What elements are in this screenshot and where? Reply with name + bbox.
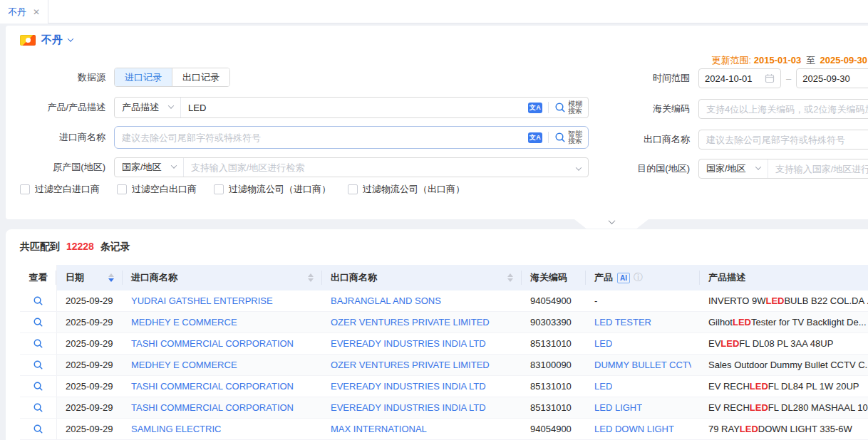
view-cell[interactable] xyxy=(20,419,57,439)
view-record-icon[interactable] xyxy=(33,424,43,434)
bhutan-flag-icon xyxy=(20,35,36,46)
origin-country-select[interactable]: 国家/地区 xyxy=(115,158,184,177)
product-link[interactable]: LED LIGHT xyxy=(594,402,642,413)
checkbox[interactable] xyxy=(214,184,224,194)
sort-control-date[interactable] xyxy=(108,273,114,282)
view-cell[interactable] xyxy=(20,397,57,418)
exporter-link[interactable]: BAJRANGLAL AND SONS xyxy=(331,295,441,306)
description-highlight: LED xyxy=(750,381,768,392)
end-date-input[interactable] xyxy=(802,73,862,84)
data-source-label: 数据源 xyxy=(20,71,105,84)
description-text: INVERTO 9W xyxy=(708,295,765,306)
view-cell[interactable] xyxy=(20,290,57,311)
hs-code-cell: 83100090 xyxy=(522,355,586,375)
checkbox[interactable] xyxy=(117,184,127,194)
checkbox-filter-blank-importer[interactable]: 过滤空白进口商 xyxy=(20,183,100,196)
checkbox[interactable] xyxy=(20,184,30,194)
view-record-icon[interactable] xyxy=(33,381,43,392)
importer-link[interactable]: MEDHEY E COMMERCE xyxy=(131,317,237,328)
product-label: 产品/产品描述 xyxy=(20,101,105,114)
smart-search-label: 智能 搜索 xyxy=(568,130,582,145)
date-cell: 2025-09-29 xyxy=(57,397,123,418)
exporter-link[interactable]: EVEREADY INDUSTRIES INDIA LTD xyxy=(331,402,486,413)
view-cell[interactable] xyxy=(20,333,57,354)
product-link[interactable]: LED xyxy=(594,338,612,349)
chevron-down-icon xyxy=(170,162,176,168)
description-highlight: LED xyxy=(733,317,751,328)
smart-search-button[interactable]: 智能 搜索 xyxy=(554,130,582,145)
checkbox-filter-logistics-exporter[interactable]: 过滤物流公司（出口商） xyxy=(348,183,465,196)
translate-icon[interactable]: 文A xyxy=(528,132,542,143)
importer-link[interactable]: SAMLING ELECTRIC xyxy=(131,424,221,434)
importer-link[interactable]: MEDHEY E COMMERCE xyxy=(131,360,237,370)
product-search-input[interactable] xyxy=(181,103,522,113)
view-cell[interactable] xyxy=(20,312,57,332)
column-header-exporter[interactable]: 出口商名称 xyxy=(322,265,522,290)
end-date-picker[interactable] xyxy=(796,68,868,88)
exporter-link[interactable]: EVEREADY INDUSTRIES INDIA LTD xyxy=(331,338,486,349)
collapse-panel-button[interactable] xyxy=(574,219,649,229)
exporter-name-input[interactable] xyxy=(698,130,868,150)
product-type-select[interactable]: 产品描述 xyxy=(115,98,181,117)
tab-bar: 不丹 ✕ xyxy=(0,0,868,23)
checkbox-filter-blank-exporter[interactable]: 过滤空白出口商 xyxy=(117,183,197,196)
sort-asc-icon[interactable] xyxy=(507,273,513,277)
exporter-link[interactable]: MAX INTERNATIONAL xyxy=(331,424,427,434)
tab-export-records[interactable]: 出口记录 xyxy=(172,68,229,86)
sort-asc-icon[interactable] xyxy=(308,273,314,277)
view-record-icon[interactable] xyxy=(33,360,43,370)
start-date-input[interactable] xyxy=(705,73,765,84)
destination-country-input[interactable] xyxy=(768,164,868,174)
view-record-icon[interactable] xyxy=(33,295,43,306)
tab-import-records[interactable]: 进口记录 xyxy=(115,68,172,86)
country-selector[interactable]: 不丹 xyxy=(20,33,73,47)
importer-label: 进口商名称 xyxy=(20,131,105,144)
product-link[interactable]: DUMMY BULLET CCTV... xyxy=(594,360,691,370)
origin-country-input[interactable] xyxy=(184,162,569,173)
date-range-dash: – xyxy=(786,73,791,84)
view-record-icon[interactable] xyxy=(33,317,43,328)
checkbox[interactable] xyxy=(348,184,358,194)
origin-country-caret[interactable] xyxy=(569,162,588,173)
sort-control-importer[interactable] xyxy=(308,273,314,282)
fuzzy-search-button[interactable]: 模糊 搜索 xyxy=(554,100,582,115)
column-header-importer[interactable]: 进口商名称 xyxy=(123,265,322,290)
exporter-link[interactable]: OZER VENTURES PRIVATE LIMITED xyxy=(331,317,490,328)
info-icon[interactable]: ⓘ xyxy=(634,271,643,284)
product-link[interactable]: LED DOWN LIGHT xyxy=(594,424,674,434)
sort-desc-icon[interactable] xyxy=(507,278,513,282)
hs-code-cell: 85131010 xyxy=(522,333,586,354)
exporter-link[interactable]: OZER VENTURES PRIVATE LIMITED xyxy=(331,360,490,370)
importer-link[interactable]: TASHI COMMERCIAL CORPORATION xyxy=(131,402,294,413)
tab-close-icon[interactable]: ✕ xyxy=(33,7,40,17)
tab-bhutan[interactable]: 不丹 ✕ xyxy=(0,0,48,23)
view-record-icon[interactable] xyxy=(33,402,43,413)
calendar-icon xyxy=(765,73,775,83)
destination-country-select[interactable]: 国家/地区 xyxy=(699,159,768,178)
hs-code-cell: 90303390 xyxy=(522,312,586,332)
sort-control-exporter[interactable] xyxy=(507,273,513,282)
row-exporter: 出口商名称 xyxy=(613,130,868,150)
sort-asc-icon[interactable] xyxy=(108,273,114,277)
start-date-picker[interactable] xyxy=(698,68,781,88)
hs-code-input[interactable] xyxy=(698,99,868,119)
importer-link[interactable]: TASHI COMMERCIAL CORPORATION xyxy=(131,381,294,392)
description-cell: EV RECH LED FL DL280 MASHAAL 10... xyxy=(700,397,868,418)
update-range-label: 更新范围: xyxy=(712,55,752,66)
date-cell: 2025-09-29 xyxy=(57,376,123,397)
sort-desc-icon[interactable] xyxy=(308,278,314,282)
view-cell[interactable] xyxy=(20,376,57,397)
view-record-icon[interactable] xyxy=(33,338,43,349)
description-cell: EV LED FL DL08 PL 3AA 48UP xyxy=(700,333,868,354)
importer-link[interactable]: TASHI COMMERCIAL CORPORATION xyxy=(131,338,294,349)
product-link[interactable]: LED TESTER xyxy=(594,317,651,328)
exporter-link[interactable]: EVEREADY INDUSTRIES INDIA LTD xyxy=(331,381,486,392)
translate-icon[interactable]: 文A xyxy=(528,103,542,113)
importer-link[interactable]: YUDRAI GATSHEL ENTERPRISE xyxy=(131,295,273,306)
sort-desc-icon[interactable] xyxy=(108,278,114,282)
importer-name-input[interactable] xyxy=(115,132,522,143)
column-header-date[interactable]: 日期 xyxy=(57,265,123,290)
checkbox-filter-logistics-importer[interactable]: 过滤物流公司（进口商） xyxy=(214,183,331,196)
product-link[interactable]: LED xyxy=(594,381,612,392)
view-cell[interactable] xyxy=(20,355,57,375)
